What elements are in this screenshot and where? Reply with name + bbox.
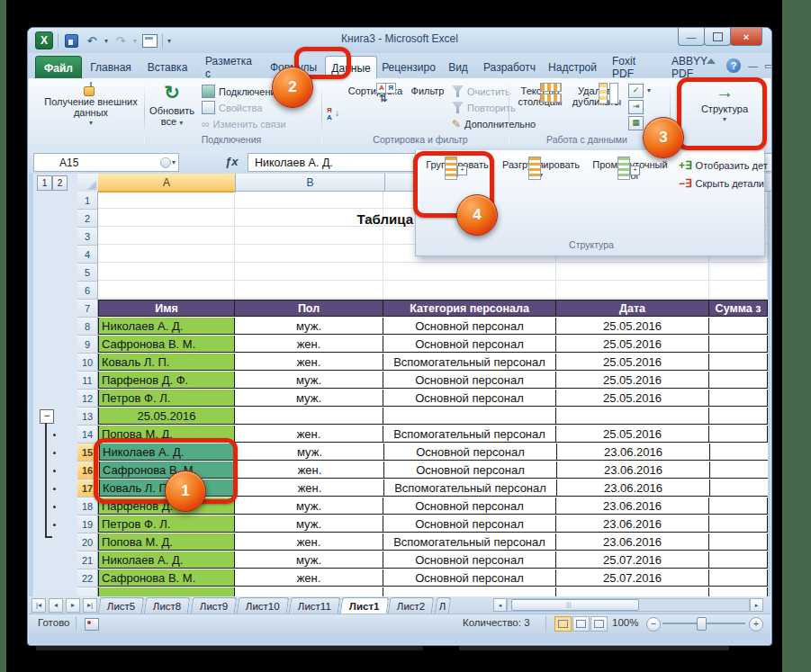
cell[interactable] xyxy=(235,192,383,209)
cell[interactable] xyxy=(383,282,556,299)
select-all-corner[interactable] xyxy=(77,174,99,193)
cell[interactable] xyxy=(556,408,709,425)
page-layout-view-button[interactable] xyxy=(572,616,590,632)
cell[interactable] xyxy=(235,246,383,263)
cell[interactable]: 23.06.2016 xyxy=(556,515,709,533)
cell[interactable]: Вспомогательный персонал xyxy=(383,354,556,371)
workbook-minimize-icon[interactable]: — xyxy=(748,60,758,71)
row-header-1[interactable]: 1 xyxy=(77,192,98,210)
cell[interactable]: Вспомогательный персонал xyxy=(384,479,557,497)
cell[interactable] xyxy=(235,282,383,299)
get-external-data-button[interactable]: Получение внешних данных ▾ xyxy=(41,80,140,136)
scrollbar-thumb[interactable] xyxy=(511,599,639,611)
help-icon[interactable]: ? xyxy=(726,58,741,73)
cell[interactable]: Основной персонал xyxy=(383,551,556,569)
cell[interactable]: Основной персонал xyxy=(384,461,557,479)
ribbon-tab-вставка[interactable]: Вставка xyxy=(141,56,194,78)
scrollbar-track[interactable] xyxy=(507,598,750,612)
table-header-cell[interactable]: Имя xyxy=(98,300,235,317)
cell[interactable]: Основной персонал xyxy=(383,515,556,533)
cell[interactable]: Сафронова В. М. xyxy=(98,336,235,353)
cell[interactable]: 25.05.2016 xyxy=(556,354,709,371)
name-box[interactable]: A15 ▾ xyxy=(33,153,179,172)
sheet-tab-лист1[interactable]: Лист1 xyxy=(340,597,389,614)
row-header-18[interactable]: 18 xyxy=(77,497,98,515)
row-header-13[interactable]: 13 xyxy=(77,408,98,426)
hide-detail-button[interactable]: −∃ Скрыть детали xyxy=(679,175,764,191)
ungroup-button[interactable]: ← Разгруппировать ▾ xyxy=(499,154,583,210)
column-header-B[interactable]: B xyxy=(236,174,385,192)
cell[interactable] xyxy=(709,264,768,281)
cell[interactable] xyxy=(98,228,235,245)
cell[interactable]: Николаев А. Д. xyxy=(98,551,235,569)
cell[interactable] xyxy=(709,372,768,389)
close-button[interactable]: × xyxy=(730,28,762,46)
zoom-out-button[interactable]: − xyxy=(646,617,661,632)
collapse-group-button[interactable]: − xyxy=(40,409,54,424)
cell[interactable]: муж. xyxy=(235,390,383,407)
row-header-3[interactable]: 3 xyxy=(77,228,98,246)
cell[interactable] xyxy=(709,282,768,299)
row-header-5[interactable]: 5 xyxy=(77,264,98,282)
row-header-14[interactable]: 14 xyxy=(77,426,98,444)
cell[interactable] xyxy=(98,210,235,227)
consolidate-button[interactable]: ⇥ xyxy=(628,99,644,114)
cell[interactable]: Петров Ф. Л. xyxy=(98,390,235,407)
table-header-cell[interactable]: Дата xyxy=(556,300,709,317)
restore-button[interactable] xyxy=(704,28,731,46)
cell[interactable] xyxy=(710,479,768,497)
cell[interactable]: Сафронова В. М. xyxy=(98,569,235,587)
what-if-analysis-button[interactable]: ▦ xyxy=(628,115,644,130)
column-header-A[interactable]: A xyxy=(98,174,236,193)
insert-function-icon[interactable]: ƒx xyxy=(225,155,238,168)
cell[interactable]: 25.05.2016 xyxy=(556,336,709,353)
cell[interactable]: муж. xyxy=(236,444,384,461)
zoom-in-button[interactable]: + xyxy=(749,617,763,632)
cell[interactable]: жен. xyxy=(235,533,383,551)
ribbon-tab-разметка-с[interactable]: Разметка с xyxy=(197,56,262,78)
cell[interactable] xyxy=(556,587,709,596)
ribbon-tab-вид[interactable]: Вид xyxy=(442,56,474,78)
ribbon-tab-разработч[interactable]: Разработч xyxy=(478,56,541,78)
cell[interactable] xyxy=(98,264,235,281)
cell[interactable]: Основной персонал xyxy=(384,444,557,461)
scroll-right-icon[interactable]: ▸ xyxy=(750,598,763,612)
cell[interactable] xyxy=(709,587,768,596)
sort-button[interactable]: АЯ⇅ Сортировка xyxy=(346,80,405,136)
cell[interactable]: Вспомогательный персонал xyxy=(383,533,556,551)
prev-sheet-button[interactable]: ◂ xyxy=(49,598,63,613)
cell[interactable] xyxy=(709,551,768,569)
edit-links-button[interactable]: ∞ Изменить связи xyxy=(202,116,286,131)
ribbon-tab-файл[interactable]: Файл xyxy=(35,56,82,80)
cell[interactable]: 25.07.2016 xyxy=(556,569,709,587)
ribbon-tab-рецензиро[interactable]: Рецензиро xyxy=(379,56,438,78)
refresh-all-button[interactable]: ↻ Обновить все ▾ xyxy=(148,80,196,136)
cell[interactable]: жен. xyxy=(235,569,383,587)
cell[interactable] xyxy=(235,587,383,596)
cell[interactable]: 25.05.2016 xyxy=(556,426,709,443)
row-header-12[interactable]: 12 xyxy=(77,390,98,408)
sheet-tab-лист8[interactable]: Лист8 xyxy=(144,597,191,614)
cell[interactable]: 25.05.2016 xyxy=(556,390,709,407)
next-sheet-button[interactable]: ▸ xyxy=(66,598,80,613)
row-header-9[interactable]: 9 xyxy=(77,336,98,354)
last-sheet-button[interactable]: ▸| xyxy=(83,598,97,613)
cell[interactable]: жен. xyxy=(236,461,384,479)
row-header-7[interactable]: 7 xyxy=(77,300,98,318)
row-header-23[interactable] xyxy=(77,587,98,596)
text-to-columns-button[interactable]: ↓ Текст постолбцам xyxy=(513,80,567,136)
cell[interactable]: Николаев А. Д. xyxy=(98,318,235,335)
scroll-left-icon[interactable]: ◂ xyxy=(493,598,507,612)
properties-button[interactable]: Свойства xyxy=(202,100,262,115)
cell[interactable]: Основной персонал xyxy=(383,497,556,515)
cell[interactable]: 25.05.2016 xyxy=(556,318,709,335)
cell[interactable] xyxy=(98,282,235,299)
sort-ascending-button[interactable]: ЯА↓ xyxy=(327,105,341,121)
cell[interactable] xyxy=(98,192,235,209)
row-header-21[interactable]: 21 xyxy=(77,551,98,569)
cell[interactable] xyxy=(709,354,768,371)
macro-record-icon[interactable] xyxy=(85,618,99,631)
cell[interactable]: муж. xyxy=(235,318,383,335)
sheet-tab-лист10[interactable]: Лист10 xyxy=(237,597,289,614)
sheet-tab-лист11[interactable]: Лист11 xyxy=(289,597,340,614)
